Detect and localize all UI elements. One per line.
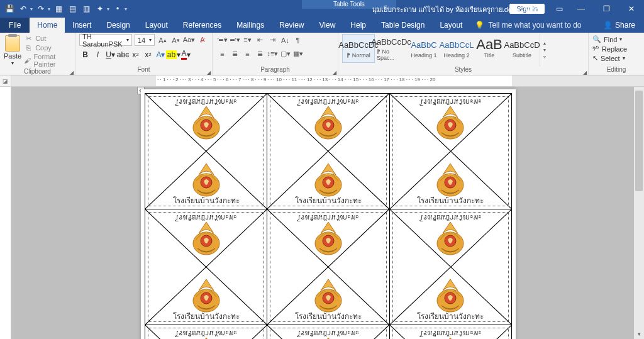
table-cell[interactable]: โรงเรียนบ้านวังกะทะ โรงเรียนบ้านวังกะทะ (389, 325, 511, 340)
change-case-button[interactable]: Aa▾ (184, 34, 194, 46)
copy-button[interactable]: ⎘Copy (24, 43, 71, 52)
style-heading-2[interactable]: AaBbCcLHeading 2 (440, 34, 473, 63)
qat-icon-1[interactable]: ▦ (53, 3, 64, 14)
font-size-combo[interactable]: 14▾ (135, 34, 155, 46)
copy-icon: ⎘ (24, 43, 33, 52)
ribbon-options-icon[interactable]: ▭ (550, 4, 569, 13)
justify-button[interactable]: ≣ (254, 48, 266, 60)
share-button[interactable]: 👤 Share (594, 18, 644, 33)
qat-icon-2[interactable]: ▤ (67, 3, 78, 14)
bold-button[interactable]: B (79, 48, 91, 60)
table-row: โรงเรียนบ้านวังกะทะ โรงเรียนบ้านวังกะทะ … (145, 325, 512, 340)
qat-icon-4[interactable]: ✦ (94, 3, 106, 14)
close-icon[interactable]: ✕ (619, 0, 644, 18)
tab-home[interactable]: Home (30, 18, 65, 33)
superscript-button[interactable]: x2 (142, 48, 154, 60)
font-name-combo[interactable]: TH SarabunPSK▾ (79, 34, 132, 46)
save-icon[interactable]: 💾 (4, 3, 15, 14)
replace-button[interactable]: ᵃ⁄ᵇReplace (592, 45, 627, 53)
tab-table-design[interactable]: Table Design (374, 18, 432, 33)
strike-button[interactable]: abc (117, 48, 129, 60)
qat-icon-3[interactable]: ▥ (80, 3, 92, 14)
tab-review[interactable]: Review (272, 18, 311, 33)
scroll-down-icon[interactable]: ▾ (634, 329, 644, 339)
style-no-spacing[interactable]: AaBbCcDc⁋ No Spac... (375, 34, 408, 63)
text-effects-button[interactable]: A▾ (155, 48, 167, 60)
styles-more-button[interactable]: ▴▾▿ (540, 34, 548, 66)
tab-references[interactable]: References (175, 18, 229, 33)
horizontal-ruler[interactable]: · · 1 · · · 2 · · · 3 · · · 4 · · · 5 · … (11, 75, 644, 86)
qat-icon-5[interactable]: • (112, 3, 123, 14)
numbering-button[interactable]: ≕▾ (229, 34, 241, 46)
tab-table-layout[interactable]: Layout (432, 18, 470, 33)
styles-launcher-icon[interactable]: ◢ (583, 70, 587, 75)
quick-access-toolbar: 💾 ↶▾ ↷▾ ▦ ▤ ▥ ✦▾ •▾ (0, 3, 127, 14)
shrink-font-button[interactable]: A▾ (170, 34, 181, 46)
tab-layout[interactable]: Layout (138, 18, 175, 33)
italic-button[interactable]: I (92, 48, 104, 60)
grow-font-button[interactable]: A▴ (157, 34, 168, 46)
style-title[interactable]: AaBTitle (473, 34, 506, 63)
line-spacing-button[interactable]: ↕≡▾ (267, 48, 279, 60)
ruler-corner[interactable]: ◪ (0, 75, 11, 86)
paste-more-icon[interactable]: ▾ (11, 60, 14, 66)
tell-me-search[interactable]: 💡 Tell me what you want to do (475, 18, 581, 33)
clear-format-button[interactable]: A̷ (197, 34, 208, 46)
multilevel-button[interactable]: ≡▾ (242, 34, 253, 46)
tab-insert[interactable]: Insert (65, 18, 99, 33)
table-cell[interactable]: โรงเรียนบ้านวังกะทะ โรงเรียนบ้านวังกะทะ (267, 94, 389, 209)
font-color-button[interactable]: A▾ (180, 48, 192, 60)
cut-button[interactable]: ✂Cut (24, 34, 71, 43)
tab-file[interactable]: File (0, 18, 30, 33)
table-cell[interactable]: โรงเรียนบ้านวังกะทะ โรงเรียนบ้านวังกะทะ (389, 94, 511, 209)
minimize-icon[interactable]: — (569, 0, 594, 18)
shading-button[interactable]: ▢▾ (279, 48, 291, 60)
borders-button[interactable]: ▦▾ (292, 48, 304, 60)
qat-customize-icon[interactable]: ▾ (125, 6, 127, 12)
bullets-button[interactable]: ≔▾ (216, 34, 228, 46)
tab-help[interactable]: Help (343, 18, 374, 33)
table-cell[interactable]: โรงเรียนบ้านวังกะทะ โรงเรียนบ้านวังกะทะ (145, 209, 267, 325)
scrollbar-thumb[interactable] (635, 91, 643, 191)
subscript-button[interactable]: x2 (130, 48, 142, 60)
vertical-scrollbar[interactable]: ▾ (634, 87, 644, 339)
redo-icon[interactable]: ↷ (35, 3, 47, 14)
underline-button[interactable]: U▾ (104, 48, 116, 60)
sort-button[interactable]: A↓ (279, 34, 291, 46)
format-painter-button[interactable]: 🖌Format Painter (24, 53, 71, 68)
clipboard-launcher-icon[interactable]: ◢ (70, 70, 74, 75)
tab-design[interactable]: Design (99, 18, 137, 33)
align-right-button[interactable]: ≡ (242, 48, 253, 60)
undo-icon[interactable]: ↶ (18, 3, 29, 14)
style-heading-1[interactable]: AaBbCHeading 1 (408, 34, 440, 63)
find-button[interactable]: 🔍Find▾ (592, 35, 622, 43)
table-cell[interactable]: โรงเรียนบ้านวังกะทะ โรงเรียนบ้านวังกะทะ (389, 209, 511, 325)
dec-indent-button[interactable]: ⇤ (254, 34, 266, 46)
align-center-button[interactable]: ≣ (229, 48, 241, 60)
align-left-button[interactable]: ≡ (216, 48, 228, 60)
highlight-button[interactable]: ab▾ (167, 48, 179, 60)
paragraph-launcher-icon[interactable]: ◢ (333, 70, 336, 75)
qat-more-1[interactable]: ▾ (107, 6, 109, 12)
document-table[interactable]: โรงเรียนบ้านวังกะทะ โรงเรียนบ้านวังกะทะ … (145, 93, 512, 339)
tab-mailings[interactable]: Mailings (229, 18, 272, 33)
inc-indent-button[interactable]: ⇥ (267, 34, 279, 46)
style-normal[interactable]: AaBbCcDc⁋ Normal (342, 34, 375, 63)
vertical-ruler[interactable] (0, 87, 11, 339)
redo-more-icon[interactable]: ▾ (48, 6, 50, 12)
undo-more-icon[interactable]: ▾ (30, 6, 33, 12)
table-cell[interactable]: โรงเรียนบ้านวังกะทะ โรงเรียนบ้านวังกะทะ (145, 94, 267, 209)
select-button[interactable]: ↖Select▾ (592, 54, 625, 62)
tab-view[interactable]: View (312, 18, 343, 33)
font-launcher-icon[interactable]: ◢ (207, 70, 211, 75)
table-row: โรงเรียนบ้านวังกะทะ โรงเรียนบ้านวังกะทะ … (145, 94, 512, 209)
style-subtitle[interactable]: AaBbCcDSubtitle (506, 34, 538, 63)
maximize-icon[interactable]: ❐ (594, 0, 619, 18)
table-cell[interactable]: โรงเรียนบ้านวังกะทะ โรงเรียนบ้านวังกะทะ (145, 325, 267, 340)
table-cell[interactable]: โรงเรียนบ้านวังกะทะ โรงเรียนบ้านวังกะทะ (267, 325, 389, 340)
cell-bottom-text: โรงเรียนบ้านวังกะทะ (145, 194, 267, 206)
paste-button[interactable]: Paste ▾ (4, 34, 21, 66)
styles-gallery[interactable]: AaBbCcDc⁋ Normal AaBbCcDc⁋ No Spac... Aa… (342, 34, 584, 66)
table-cell[interactable]: โรงเรียนบ้านวังกะทะ โรงเรียนบ้านวังกะทะ (267, 209, 389, 325)
pilcrow-button[interactable]: ¶ (292, 34, 304, 46)
